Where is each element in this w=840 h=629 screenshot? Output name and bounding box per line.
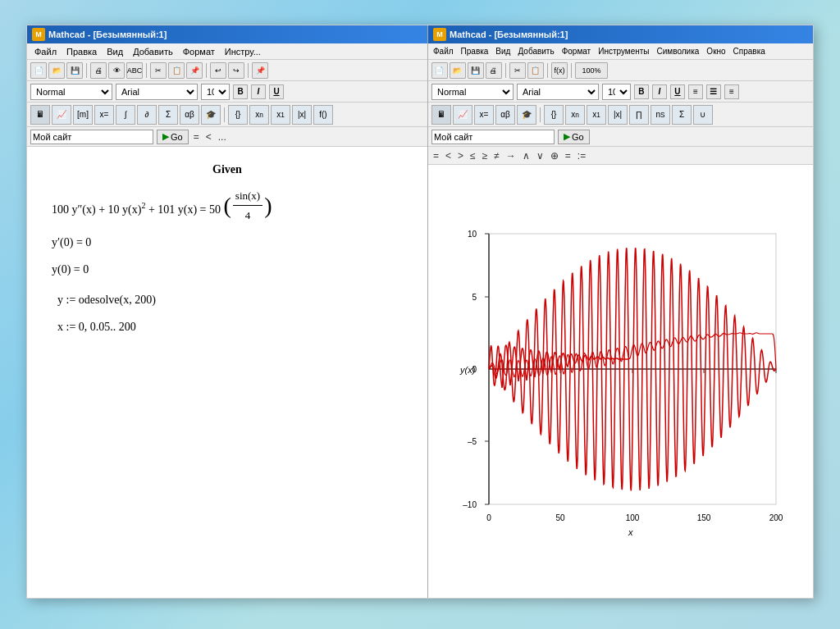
preview-btn[interactable]: 👁 — [108, 62, 125, 79]
op-xor[interactable]: ⊕ — [549, 150, 560, 162]
save-btn[interactable]: 💾 — [66, 62, 83, 79]
right-menu-add[interactable]: Добавить — [514, 46, 557, 57]
new-btn[interactable]: 📄 — [30, 62, 47, 79]
r-align-center[interactable]: ☰ — [706, 84, 721, 99]
r-eq-btn[interactable]: x= — [474, 105, 494, 125]
left-style-select[interactable]: Normal — [30, 84, 112, 100]
subscript-btn[interactable]: xn — [249, 105, 269, 125]
op-assign[interactable]: := — [576, 150, 587, 162]
right-font-select[interactable]: Arial — [517, 84, 599, 100]
r-extra-btn[interactable]: ∪ — [693, 105, 713, 125]
underline-btn[interactable]: U — [269, 84, 284, 99]
alpha-btn[interactable]: αβ — [180, 105, 199, 125]
r-save-btn[interactable]: 💾 — [468, 62, 484, 79]
op-arrow[interactable]: → — [504, 150, 518, 162]
r-func-btn[interactable]: f(x) — [551, 62, 568, 79]
r-prod-btn[interactable]: ∏ — [629, 105, 649, 125]
left-font-select[interactable]: Arial — [116, 84, 198, 100]
r-align-left[interactable]: ≡ — [688, 84, 703, 99]
r-sigma-btn[interactable]: Σ — [672, 105, 692, 125]
op-and[interactable]: ∧ — [521, 150, 532, 162]
right-menu-help[interactable]: Справка — [730, 46, 769, 57]
r-cut-btn[interactable]: ✂ — [509, 62, 526, 79]
r-sep1 — [505, 63, 506, 78]
op-lt2[interactable]: < — [444, 150, 453, 162]
diff-btn[interactable]: ∂ — [137, 105, 157, 125]
matrix-btn[interactable]: [m] — [73, 105, 93, 125]
bold-btn[interactable]: B — [233, 84, 248, 99]
right-menu-format[interactable]: Формат — [559, 46, 595, 57]
left-menu-tools[interactable]: Инстру... — [221, 46, 265, 57]
curly-btn[interactable]: {} — [228, 105, 248, 125]
right-style-select[interactable]: Normal — [431, 84, 514, 100]
r-sup2-btn[interactable]: nS — [651, 105, 670, 125]
abs-btn[interactable]: |x| — [292, 105, 312, 125]
spell-btn[interactable]: ABC — [126, 62, 143, 79]
undo-btn[interactable]: ↩ — [210, 62, 226, 79]
r-abs-btn[interactable]: |x| — [608, 105, 628, 125]
calc-btn[interactable]: 🖩 — [30, 105, 50, 125]
op-eq2[interactable]: = — [431, 150, 441, 162]
right-menu-symbols[interactable]: Символика — [654, 46, 703, 57]
hat-btn[interactable]: 🎓 — [201, 105, 221, 125]
left-menu-file[interactable]: Файл — [30, 46, 61, 57]
right-url-input[interactable] — [431, 130, 555, 144]
op-le[interactable]: ≤ — [468, 150, 477, 162]
r-graph-btn[interactable]: 📈 — [453, 105, 472, 125]
paste-btn[interactable]: 📌 — [186, 62, 203, 79]
left-menu-format[interactable]: Формат — [179, 46, 219, 57]
op-eq[interactable]: = — [192, 131, 201, 143]
r-open-btn[interactable]: 📂 — [450, 62, 466, 79]
right-go-btn[interactable]: ▶ Go — [558, 130, 590, 144]
sum-btn[interactable]: Σ — [158, 105, 178, 125]
op-lt[interactable]: < — [204, 131, 213, 143]
left-size-select[interactable]: 10 — [201, 84, 230, 100]
r-curly-btn[interactable]: {} — [544, 105, 564, 125]
func-btn[interactable]: f() — [313, 105, 333, 125]
r-greek-btn[interactable]: αβ — [495, 105, 515, 125]
r-superscript-btn[interactable]: x1 — [587, 105, 606, 125]
left-go-btn[interactable]: ▶ Go — [157, 130, 189, 144]
r-print-btn[interactable]: 🖨 — [486, 62, 502, 79]
right-menu-edit[interactable]: Правка — [458, 46, 492, 57]
eq-btn[interactable]: x= — [94, 105, 114, 125]
print-btn[interactable]: 🖨 — [90, 62, 107, 79]
op-or[interactable]: ∨ — [535, 150, 546, 162]
op-dots[interactable]: ... — [217, 131, 228, 143]
right-menu-tools[interactable]: Инструменты — [595, 46, 652, 57]
open-btn[interactable]: 📂 — [48, 62, 65, 79]
op-gt2[interactable]: > — [456, 150, 465, 162]
copy-btn[interactable]: 📋 — [168, 62, 185, 79]
r-calc-btn[interactable]: 🖩 — [431, 105, 451, 125]
graph-btn[interactable]: 📈 — [52, 105, 71, 125]
right-menu-file[interactable]: Файл — [430, 46, 457, 57]
op-eq3[interactable]: = — [564, 150, 573, 162]
r-align-right[interactable]: ≡ — [724, 84, 739, 99]
pin-btn[interactable]: 📌 — [252, 62, 268, 79]
r-bold-btn[interactable]: B — [634, 84, 649, 99]
italic-btn[interactable]: I — [251, 84, 266, 99]
integral-btn[interactable]: ∫ — [116, 105, 135, 125]
left-menu-view[interactable]: Вид — [103, 46, 127, 57]
op-ge[interactable]: ≥ — [481, 150, 490, 162]
r-new-btn[interactable]: 📄 — [431, 62, 448, 79]
op-ne[interactable]: ≠ — [492, 150, 501, 162]
left-url-input[interactable] — [30, 130, 153, 144]
right-menu-view[interactable]: Вид — [492, 46, 514, 57]
r-italic-btn[interactable]: I — [652, 84, 667, 99]
left-title: Mathcad - [Безымянный:1] — [48, 30, 167, 39]
right-format-bar: Normal Arial 10 B I U ≡ ☰ ≡ — [428, 81, 813, 103]
r-percent-btn[interactable]: 100% — [575, 62, 608, 79]
cut-btn[interactable]: ✂ — [150, 62, 167, 79]
left-menu-add[interactable]: Добавить — [129, 46, 177, 57]
r-subscript-btn[interactable]: xn — [565, 105, 585, 125]
r-underline-btn[interactable]: U — [670, 84, 685, 99]
left-menu-edit[interactable]: Правка — [62, 46, 101, 57]
right-menu-window[interactable]: Окно — [703, 46, 728, 57]
right-size-select[interactable]: 10 — [602, 84, 631, 100]
r-hat-btn[interactable]: 🎓 — [517, 105, 536, 125]
r-copy-btn[interactable]: 📋 — [527, 62, 544, 79]
redo-btn[interactable]: ↪ — [228, 62, 244, 79]
right-title-bar: M Mathcad - [Безымянный:1] — [428, 25, 813, 43]
superscript-btn[interactable]: x1 — [271, 105, 290, 125]
